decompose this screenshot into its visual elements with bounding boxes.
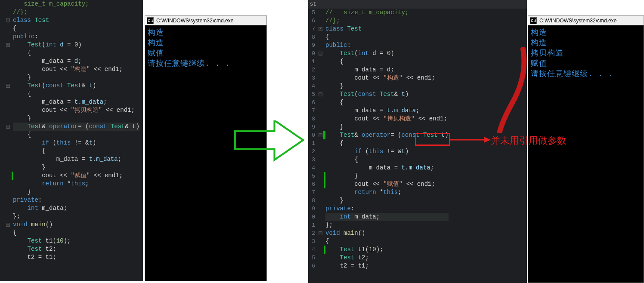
left-terminal-body[interactable]: 构造构造赋值请按任意键继续. . . (145, 25, 266, 70)
left-code-area[interactable]: ----- size_t m_capacity;//};class Test{p… (0, 0, 143, 281)
cmd-icon: C:\ (530, 17, 537, 24)
right-fold-column[interactable]: ----- (318, 9, 324, 283)
right-gutter: 56789012345678901234567890123456 (308, 9, 318, 283)
left-terminal-title: C:\WINDOWS\system32\cmd.exe (156, 18, 233, 24)
left-terminal-window[interactable]: C:\ C:\WINDOWS\system32\cmd.exe 构造构造赋值请按… (145, 15, 267, 281)
left-editor-panel: ----- size_t m_capacity;//};class Test{p… (0, 0, 143, 281)
right-terminal-title: C:\WINDOWS\system32\cmd.exe (539, 18, 616, 24)
red-annotation-text: 并未用引用做参数 (491, 134, 567, 147)
right-terminal-titlebar[interactable]: C:\ C:\WINDOWS\system32\cmd.exe (528, 16, 644, 25)
right-terminal-window[interactable]: C:\ C:\WINDOWS\system32\cmd.exe 构造构造拷贝构造… (528, 15, 644, 283)
right-tab-label[interactable]: st (310, 1, 316, 7)
left-fold-column[interactable]: ----- (5, 0, 11, 281)
right-code[interactable]: // size_t m_capacity;//};class Test{publ… (324, 9, 449, 283)
left-code[interactable]: size_t m_capacity;//};class Test{public:… (11, 0, 139, 281)
right-tab-bar[interactable]: st (308, 0, 527, 9)
right-terminal-body[interactable]: 构造构造拷贝构造赋值请按任意键继续. . . (528, 25, 644, 80)
left-gutter (0, 0, 5, 281)
cmd-icon: C:\ (147, 17, 154, 24)
left-terminal-titlebar[interactable]: C:\ C:\WINDOWS\system32\cmd.exe (145, 16, 266, 25)
